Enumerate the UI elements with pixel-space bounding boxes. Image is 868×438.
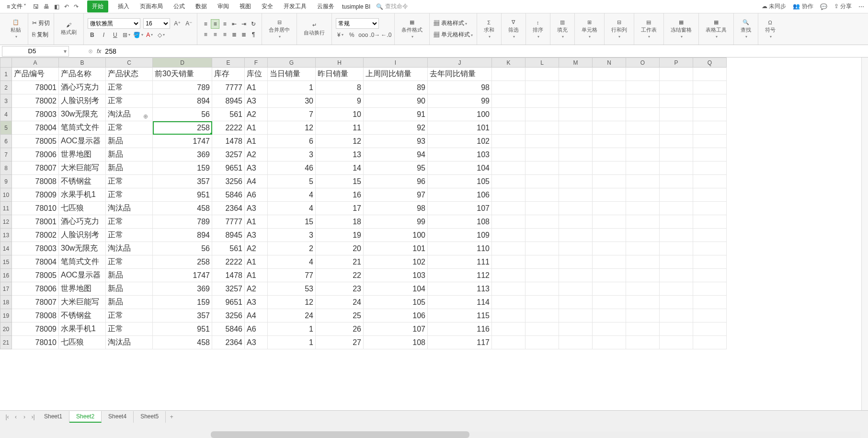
cell-Q10[interactable] (693, 188, 727, 202)
cell-P5[interactable] (660, 121, 693, 135)
orientation[interactable]: ↻ (249, 19, 258, 29)
cell-P8[interactable] (660, 161, 693, 175)
cell-K18[interactable] (492, 296, 525, 309)
cell-B16[interactable]: AOC显示器 (59, 269, 106, 282)
cell-N20[interactable] (593, 323, 626, 336)
cell-O7[interactable] (626, 148, 660, 161)
cell-D14[interactable]: 56 (153, 242, 212, 255)
inc-decimal-icon[interactable]: .0→ (370, 31, 379, 39)
cut-button[interactable]: ✂ 剪切 (32, 19, 50, 27)
cell-G5[interactable]: 12 (268, 121, 316, 135)
cell-K17[interactable] (492, 282, 525, 296)
cell-K13[interactable] (492, 229, 525, 242)
cell-B3[interactable]: 人脸识别考 (59, 94, 106, 108)
cell-O12[interactable] (626, 215, 660, 229)
cell-N12[interactable] (593, 215, 626, 229)
cell-N21[interactable] (593, 336, 626, 349)
col-header-C[interactable]: C (106, 58, 153, 68)
cell-N11[interactable] (593, 202, 626, 215)
cell-C13[interactable]: 正常 (106, 229, 153, 242)
cell-M16[interactable] (559, 269, 593, 282)
cell-I16[interactable]: 103 (364, 269, 428, 282)
indent-inc[interactable]: ⇥ (240, 19, 248, 29)
cell-O1[interactable] (626, 68, 660, 81)
cell-G9[interactable]: 5 (268, 175, 316, 188)
cell-F2[interactable]: A1 (245, 81, 268, 94)
name-box[interactable]: ▾ (2, 46, 69, 57)
cell-E17[interactable]: 3257 (212, 282, 245, 296)
cell-Q9[interactable] (693, 175, 727, 188)
sheet-tab-Sheet4[interactable]: Sheet4 (102, 411, 134, 423)
cell-A12[interactable]: 78001 (12, 215, 59, 229)
cell-A15[interactable]: 78004 (12, 255, 59, 269)
cell-K5[interactable] (492, 121, 525, 135)
cell-O9[interactable] (626, 175, 660, 188)
ribbon-tab-7[interactable]: 安全 (261, 0, 274, 12)
cond-format-button[interactable]: ▦条件格式 (399, 19, 425, 39)
cell-C17[interactable]: 新品 (106, 282, 153, 296)
cell-N16[interactable] (593, 269, 626, 282)
cell-A7[interactable]: 78006 (12, 148, 59, 161)
cell-G8[interactable]: 46 (268, 161, 316, 175)
share-button[interactable]: ⇪ 分享 (834, 2, 852, 11)
cell-M9[interactable] (559, 175, 593, 188)
cell-F6[interactable]: A1 (245, 135, 268, 148)
cell-button[interactable]: ⊞单元格 (579, 19, 600, 39)
freeze-button[interactable]: ▦冻结窗格 (668, 19, 695, 39)
cell-J5[interactable]: 101 (428, 121, 492, 135)
cell-H8[interactable]: 14 (316, 161, 364, 175)
cell-N15[interactable] (593, 255, 626, 269)
cell-P10[interactable] (660, 188, 693, 202)
cell-F7[interactable]: A2 (245, 148, 268, 161)
cell-J1[interactable]: 去年同比销量 (428, 68, 492, 81)
decrease-font-icon[interactable]: A⁻ (184, 19, 193, 28)
cell-A9[interactable]: 78008 (12, 175, 59, 188)
cell-F15[interactable]: A1 (245, 255, 268, 269)
cell-I5[interactable]: 92 (364, 121, 428, 135)
preview-icon[interactable]: ◧ (54, 3, 59, 10)
cell-N1[interactable] (593, 68, 626, 81)
cell-F12[interactable]: A1 (245, 215, 268, 229)
cell-L9[interactable] (525, 175, 559, 188)
cell-C6[interactable]: 新品 (106, 135, 153, 148)
col-header-Q[interactable]: Q (693, 58, 727, 68)
percent-icon[interactable]: % (347, 31, 356, 39)
cell-N10[interactable] (593, 188, 626, 202)
cell-D21[interactable]: 458 (153, 336, 212, 349)
cell-F17[interactable]: A2 (245, 282, 268, 296)
wrap-button[interactable]: ↵自动换行 (301, 22, 328, 36)
cell-J13[interactable]: 109 (428, 229, 492, 242)
font-color-icon[interactable]: A (145, 31, 154, 39)
cell-L11[interactable] (525, 202, 559, 215)
cell-P11[interactable] (660, 202, 693, 215)
cell-E8[interactable]: 9651 (212, 161, 245, 175)
cell-E12[interactable]: 7777 (212, 215, 245, 229)
cell-A19[interactable]: 78008 (12, 309, 59, 323)
cell-E18[interactable]: 9651 (212, 296, 245, 309)
cell-M11[interactable] (559, 202, 593, 215)
cell-Q5[interactable] (693, 121, 727, 135)
cell-F10[interactable]: A6 (245, 188, 268, 202)
cell-I10[interactable]: 97 (364, 188, 428, 202)
row-header-13[interactable]: 13 (0, 229, 12, 242)
cell-D17[interactable]: 369 (153, 282, 212, 296)
cell-C16[interactable]: 新品 (106, 269, 153, 282)
cell-D15[interactable]: 258 (153, 255, 212, 269)
sheet-tab-Sheet1[interactable]: Sheet1 (37, 411, 69, 423)
align-bot-left[interactable]: ≡ (201, 30, 210, 39)
cell-K1[interactable] (492, 68, 525, 81)
comma-icon[interactable]: ooo (359, 31, 367, 39)
cell-B13[interactable]: 人脸识别考 (59, 229, 106, 242)
cell-B20[interactable]: 水果手机1 (59, 323, 106, 336)
bold-icon[interactable]: B (88, 31, 96, 39)
currency-icon[interactable]: ¥ (336, 31, 344, 39)
fill-color-icon[interactable]: 🪣 (134, 31, 142, 39)
cell-L20[interactable] (525, 323, 559, 336)
col-header-N[interactable]: N (593, 58, 626, 68)
cell-E16[interactable]: 1478 (212, 269, 245, 282)
cell-J17[interactable]: 113 (428, 282, 492, 296)
cell-L1[interactable] (525, 68, 559, 81)
row-header-12[interactable]: 12 (0, 215, 12, 229)
cell-N6[interactable] (593, 135, 626, 148)
col-header-F[interactable]: F (245, 58, 268, 68)
